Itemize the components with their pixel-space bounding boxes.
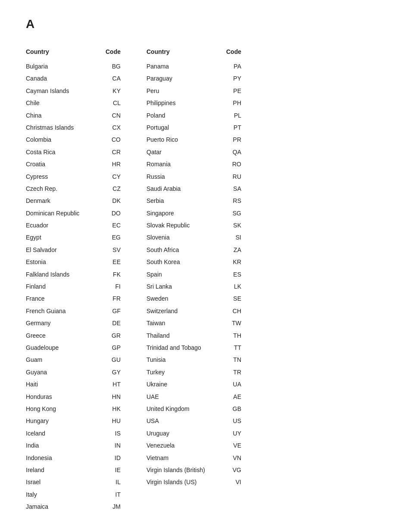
row-code: FI: [99, 282, 121, 291]
row-country: Qatar: [146, 147, 220, 157]
row-country: Germany: [26, 318, 99, 328]
row-code: UA: [220, 380, 241, 389]
row-country: Cayman Islands: [26, 86, 99, 96]
row-code: AE: [220, 392, 241, 401]
row-country: Czech Rep.: [26, 184, 99, 193]
row-country: French Guiana: [26, 306, 99, 316]
row-code: RO: [220, 159, 241, 169]
row-country: Thailand: [146, 331, 220, 340]
row-country: Guadeloupe: [26, 343, 99, 352]
table-row: Cypress CY: [26, 171, 121, 183]
row-code: GR: [99, 331, 121, 340]
table-row: French Guiana GF: [26, 305, 121, 317]
row-country: Estonia: [26, 257, 99, 267]
row-code: CH: [220, 306, 241, 316]
row-code: PL: [220, 111, 241, 120]
row-code: HT: [99, 380, 121, 389]
table-row: Guyana GY: [26, 366, 121, 378]
header-country-left: Country: [26, 48, 99, 55]
row-country: Israel: [26, 477, 99, 487]
row-code: SE: [220, 294, 241, 303]
row-code: VI: [220, 477, 241, 487]
row-country: Bulgaria: [26, 62, 99, 71]
row-code: SG: [220, 208, 241, 218]
row-code: PY: [220, 74, 241, 83]
row-code: VE: [220, 441, 241, 450]
table-row: Indonesia ID: [26, 452, 121, 464]
row-code: IT: [99, 490, 121, 499]
row-code: PE: [220, 86, 241, 96]
row-country: Chile: [26, 98, 99, 108]
row-code: DE: [99, 318, 121, 328]
table-row: Estonia EE: [26, 256, 121, 268]
header-country-right: Country: [146, 48, 220, 55]
row-country: South Africa: [146, 245, 220, 255]
table-right: Country Code Panama PA Paraguay PY Peru …: [146, 48, 241, 488]
row-country: Taiwan: [146, 318, 220, 328]
row-country: Turkey: [146, 367, 220, 377]
table-row: Canada CA: [26, 72, 121, 84]
row-country: Uruguay: [146, 429, 220, 438]
table-row: Russia RU: [146, 171, 241, 183]
row-country: Hong Kong: [26, 404, 99, 414]
row-country: Egypt: [26, 233, 99, 242]
row-code: EG: [99, 233, 121, 242]
table-row: Sweden SE: [146, 292, 241, 305]
row-country: Venezuela: [146, 441, 220, 450]
row-country: UAE: [146, 392, 220, 401]
table-row: Turkey TR: [146, 366, 241, 378]
row-code: FR: [99, 294, 121, 303]
row-code: DO: [99, 208, 121, 218]
table-row: Christmas Islands CX: [26, 121, 121, 134]
row-code: GP: [99, 343, 121, 352]
row-code: GB: [220, 404, 241, 414]
table-row: Honduras HN: [26, 391, 121, 403]
table-row: Venezuela VE: [146, 439, 241, 451]
table-row: Finland FI: [26, 280, 121, 292]
table-row: Panama PA: [146, 60, 241, 72]
row-country: Sweden: [146, 294, 220, 303]
table-row: South Korea KR: [146, 256, 241, 268]
table-row: Israel IL: [26, 476, 121, 488]
header-code-right: Code: [220, 48, 241, 55]
row-code: CL: [99, 98, 121, 108]
tables-container: Country Code Bulgaria BG Canada CA Cayma…: [26, 48, 385, 513]
row-code: IE: [99, 465, 121, 475]
table-row: Vietnam VN: [146, 452, 241, 464]
row-code: EE: [99, 257, 121, 267]
row-country: Cypress: [26, 172, 99, 181]
table-row: Spain ES: [146, 268, 241, 280]
table-row: Costa Rica CR: [26, 146, 121, 158]
row-country: India: [26, 441, 99, 450]
row-code: ID: [99, 453, 121, 463]
table-row: Iceland IS: [26, 427, 121, 439]
row-country: Croatia: [26, 159, 99, 169]
table-row: Puerto Rico PR: [146, 134, 241, 146]
table-row: Guam GU: [26, 354, 121, 366]
table-row: Greece GR: [26, 330, 121, 342]
table-row: UAE AE: [146, 391, 241, 403]
row-country: Ukraine: [146, 380, 220, 389]
table-left-header: Country Code: [26, 48, 121, 59]
table-row: Tunisia TN: [146, 354, 241, 366]
row-code: SA: [220, 184, 241, 193]
table-row: Romania RO: [146, 158, 241, 170]
row-code: JM: [99, 502, 121, 511]
table-row: Switzerland CH: [146, 305, 241, 317]
table-row: Virgin Islands (US) VI: [146, 476, 241, 488]
table-row: Ecuador EC: [26, 219, 121, 231]
table-row: Poland PL: [146, 109, 241, 121]
row-country: Slovenia: [146, 233, 220, 242]
row-country: Guam: [26, 355, 99, 364]
row-country: Virgin Islands (US): [146, 477, 220, 487]
row-country: USA: [146, 416, 220, 426]
row-country: Saudi Arabia: [146, 184, 220, 193]
row-code: CY: [99, 172, 121, 181]
row-country: Slovak Republic: [146, 221, 220, 230]
row-code: QA: [220, 147, 241, 157]
row-country: Falkland Islands: [26, 270, 99, 279]
table-row: India IN: [26, 439, 121, 451]
table-row: Haiti HT: [26, 378, 121, 390]
row-code: HR: [99, 159, 121, 169]
row-country: United Kingdom: [146, 404, 220, 414]
